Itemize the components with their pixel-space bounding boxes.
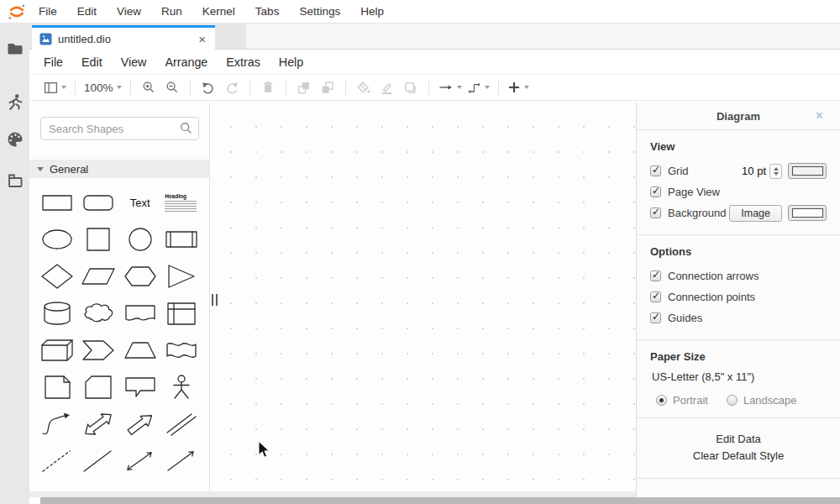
- running-sessions-icon[interactable]: [6, 92, 24, 111]
- insert-button[interactable]: [507, 77, 529, 97]
- zoom-in-button[interactable]: [139, 77, 158, 97]
- shape-textbox[interactable]: Heading: [161, 184, 203, 221]
- guides-checkbox[interactable]: [650, 312, 661, 323]
- shape-triangle[interactable]: [161, 258, 203, 295]
- horizontal-scrollbar[interactable]: [40, 497, 840, 504]
- drawio-menu-extras[interactable]: Extras: [217, 50, 270, 74]
- clear-default-style-link[interactable]: Clear Default Style: [637, 448, 840, 465]
- delete-button[interactable]: [259, 77, 277, 97]
- open-tabs-icon[interactable]: [6, 171, 24, 190]
- background-image-button[interactable]: Image: [729, 205, 782, 222]
- jl-menu-run[interactable]: Run: [155, 0, 189, 23]
- diagram-canvas[interactable]: [211, 102, 636, 491]
- shape-dashed-line[interactable]: [36, 443, 78, 480]
- page-view-checkbox[interactable]: [650, 186, 661, 197]
- zoom-out-button[interactable]: [163, 77, 181, 97]
- shape-process[interactable]: [161, 221, 203, 258]
- landscape-radio[interactable]: [727, 395, 738, 406]
- shape-bidirectional-connector[interactable]: [119, 443, 161, 480]
- shape-arrow[interactable]: [119, 406, 161, 443]
- options-heading: Options: [650, 245, 827, 258]
- connection-points-checkbox[interactable]: [650, 291, 661, 302]
- undo-button[interactable]: [199, 77, 218, 97]
- shape-callout[interactable]: [119, 369, 161, 406]
- shape-rounded-rectangle[interactable]: [78, 184, 120, 221]
- jl-menu-file[interactable]: File: [32, 0, 64, 23]
- jl-menu-tabs[interactable]: Tabs: [249, 0, 286, 23]
- shape-line[interactable]: [78, 443, 120, 480]
- shadow-button[interactable]: [402, 77, 420, 97]
- tab-untitled-dio[interactable]: untitled.dio ×: [32, 25, 215, 50]
- shape-parallelogram[interactable]: [78, 258, 120, 295]
- shape-internal-storage[interactable]: [161, 295, 203, 332]
- grid-checkbox[interactable]: [650, 165, 661, 176]
- shape-hexagon[interactable]: [119, 258, 161, 295]
- shape-rectangle[interactable]: [36, 184, 78, 221]
- shape-ellipse[interactable]: [36, 221, 78, 258]
- shape-trapezoid[interactable]: [119, 332, 161, 369]
- shape-cube[interactable]: [36, 332, 78, 369]
- connection-style-button[interactable]: [438, 77, 462, 97]
- jl-menu-settings[interactable]: Settings: [292, 0, 347, 23]
- shape-note[interactable]: [36, 369, 78, 406]
- caret-down-icon: [524, 86, 529, 89]
- shape-directional-connector[interactable]: [161, 443, 203, 480]
- shape-text-label: Text: [130, 197, 150, 209]
- shape-card[interactable]: [78, 369, 120, 406]
- shape-cylinder[interactable]: [36, 295, 78, 332]
- to-back-button[interactable]: [318, 77, 337, 97]
- guides-label: Guides: [668, 312, 702, 324]
- line-color-button[interactable]: [378, 77, 396, 97]
- orientation-row: Portrait Landscape: [650, 394, 827, 407]
- zoom-level-dropdown[interactable]: 100%: [84, 77, 122, 97]
- section-general-header[interactable]: General: [29, 160, 209, 178]
- shape-bidirectional-arrow[interactable]: [78, 406, 120, 443]
- jl-menu-view[interactable]: View: [110, 0, 148, 23]
- tab-close-icon[interactable]: ×: [197, 32, 207, 46]
- waypoints-style-button[interactable]: [467, 77, 490, 97]
- jl-menu-help[interactable]: Help: [354, 0, 391, 23]
- to-front-button[interactable]: [295, 77, 313, 97]
- shape-square[interactable]: [78, 221, 120, 258]
- drawio-menu-file[interactable]: File: [34, 50, 72, 74]
- shape-curve[interactable]: [36, 406, 78, 443]
- shape-text[interactable]: Text: [119, 184, 161, 221]
- grid-color-swatch[interactable]: [788, 163, 827, 179]
- shape-link[interactable]: [161, 406, 203, 443]
- page-setup-button[interactable]: [44, 77, 66, 97]
- paper-size-select[interactable]: US-Letter (8,5" x 11"): [652, 370, 827, 383]
- page-view-label: Page View: [668, 186, 720, 198]
- shape-circle[interactable]: [119, 221, 161, 258]
- shapes-grid: TextHeading: [29, 178, 209, 480]
- fill-color-button[interactable]: [354, 77, 373, 97]
- panel-resize-grip[interactable]: [212, 294, 218, 306]
- format-panel-close-icon[interactable]: ×: [816, 108, 823, 123]
- background-row: Background Image: [650, 202, 827, 223]
- shapes-panel: General TextHeading: [29, 102, 210, 491]
- shape-actor[interactable]: [161, 369, 203, 406]
- file-browser-icon[interactable]: [6, 39, 24, 58]
- grid-size-value[interactable]: 10 pt: [742, 165, 766, 177]
- shape-diamond[interactable]: [36, 258, 78, 295]
- shape-document[interactable]: [119, 295, 161, 332]
- drawio-menu-arrange[interactable]: Arrange: [155, 50, 217, 74]
- shape-step[interactable]: [78, 332, 120, 369]
- grid-size-stepper[interactable]: [769, 164, 782, 179]
- shape-cloud[interactable]: [78, 295, 120, 332]
- shape-tape[interactable]: [161, 332, 203, 369]
- jl-menu-edit[interactable]: Edit: [71, 0, 103, 23]
- toolbar-separator: [249, 80, 250, 95]
- canvas-bottom-gutter: [29, 491, 636, 497]
- drawio-menu-edit[interactable]: Edit: [72, 50, 112, 74]
- command-palette-icon[interactable]: [6, 130, 24, 149]
- connection-arrows-checkbox[interactable]: [650, 270, 661, 281]
- edit-data-link[interactable]: Edit Data: [637, 431, 840, 448]
- shape-search-input[interactable]: [40, 117, 199, 140]
- background-checkbox[interactable]: [650, 207, 661, 218]
- redo-button[interactable]: [223, 77, 241, 97]
- jl-menu-kernel[interactable]: Kernel: [196, 0, 242, 23]
- background-color-swatch[interactable]: [788, 205, 827, 221]
- portrait-radio[interactable]: [656, 395, 667, 406]
- drawio-menu-view[interactable]: View: [112, 50, 156, 74]
- drawio-menu-help[interactable]: Help: [270, 50, 312, 74]
